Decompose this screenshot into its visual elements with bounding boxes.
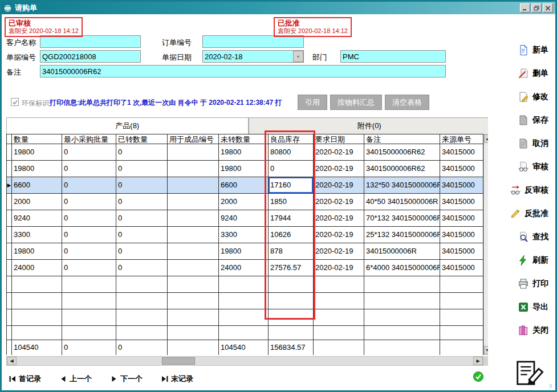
table-cell[interactable]: 0 xyxy=(116,227,168,243)
table-cell[interactable]: 80800 xyxy=(269,144,314,161)
sidebar-button-edit-doc[interactable]: 修改 xyxy=(518,89,548,104)
table-cell[interactable]: 2000 xyxy=(219,194,269,210)
table-cell[interactable] xyxy=(168,177,219,194)
table-cell[interactable]: 0 xyxy=(116,210,168,227)
order-no-input[interactable] xyxy=(202,35,304,48)
table-cell[interactable]: 0 xyxy=(62,260,116,276)
table-cell[interactable]: 2020-02-19 xyxy=(314,161,364,177)
table-row[interactable]: 198000019800808002020-02-1934015000006R6… xyxy=(7,144,483,161)
column-header[interactable]: 数量 xyxy=(12,134,62,144)
table-cell[interactable]: 34015000 xyxy=(440,243,483,260)
table-cell[interactable]: 0 xyxy=(62,194,116,210)
table-cell[interactable]: 132*50 34015000006R xyxy=(364,177,440,194)
customer-name-input[interactable] xyxy=(40,35,141,48)
table-row[interactable]: 24000002400027576.572020-02-196*4000 340… xyxy=(7,260,483,276)
minimize-button[interactable] xyxy=(520,3,530,13)
sidebar-button-save-doc[interactable]: 保存 xyxy=(518,113,548,128)
table-cell[interactable]: 3300 xyxy=(12,227,62,243)
table-cell[interactable]: 0 xyxy=(62,243,116,260)
reference-button[interactable]: 引用 xyxy=(298,95,327,110)
table-cell[interactable]: 9240 xyxy=(12,210,62,227)
table-cell[interactable] xyxy=(168,194,219,210)
nav-last-record[interactable]: 末记录 xyxy=(161,374,193,384)
table-cell[interactable]: 0 xyxy=(269,161,314,177)
sidebar-button-reverse-audit[interactable]: 反审核 xyxy=(510,183,548,198)
table-cell[interactable]: 24000 xyxy=(12,260,62,276)
table-cell[interactable]: 34015000 xyxy=(440,260,483,276)
column-header[interactable]: 良品库存 xyxy=(269,134,314,144)
table-cell[interactable] xyxy=(168,144,219,161)
table-cell[interactable] xyxy=(168,260,219,276)
table-cell[interactable]: 10626 xyxy=(269,227,314,243)
column-header[interactable]: 来源单号 xyxy=(440,134,483,144)
summarize-by-material-button[interactable]: 按物料汇总 xyxy=(330,95,382,110)
table-cell[interactable]: 2020-02-19 xyxy=(314,260,364,276)
sidebar-button-new-doc[interactable]: 新单 xyxy=(518,43,548,58)
table-row[interactable]: 3300003300106262020-02-1925*132 34015000… xyxy=(7,227,483,243)
table-cell[interactable]: 17944 xyxy=(269,210,314,227)
table-cell[interactable]: 2020-02-19 xyxy=(314,144,364,161)
sidebar-button-print[interactable]: 打印 xyxy=(518,276,548,291)
resize-grip[interactable]: ⠿ xyxy=(549,384,555,390)
table-cell[interactable]: 6600 xyxy=(219,177,269,194)
scroll-right-icon[interactable]: ▶ xyxy=(473,357,483,365)
horizontal-scroll-thumb[interactable] xyxy=(162,357,195,365)
table-cell[interactable]: 3300 xyxy=(219,227,269,243)
sidebar-button-delete-doc[interactable]: 删单 xyxy=(518,66,548,81)
table-cell[interactable]: 0 xyxy=(62,210,116,227)
close-button[interactable] xyxy=(543,3,553,13)
table-cell[interactable] xyxy=(168,210,219,227)
column-header[interactable]: 备注 xyxy=(364,134,440,144)
sidebar-button-close-window[interactable]: 关闭 xyxy=(518,323,548,338)
table-cell[interactable]: 34015000 xyxy=(440,161,483,177)
table-row-empty[interactable] xyxy=(7,309,483,326)
doc-date-input[interactable] xyxy=(202,50,304,63)
nav-prev-record[interactable]: 上一个 xyxy=(59,374,92,384)
doc-no-input[interactable] xyxy=(40,50,141,63)
status-green-icon[interactable] xyxy=(473,371,484,382)
table-cell[interactable] xyxy=(168,243,219,260)
table-cell[interactable]: 0 xyxy=(116,194,168,210)
table-row[interactable]: 1980000198008782020-02-1934015000006R340… xyxy=(7,243,483,260)
table-cell[interactable]: 0 xyxy=(116,243,168,260)
table-cell[interactable]: 2020-02-19 xyxy=(314,227,364,243)
table-cell[interactable]: 70*132 34015000006R xyxy=(364,210,440,227)
table-cell[interactable]: 2000 xyxy=(12,194,62,210)
sidebar-button-refresh[interactable]: 刷新 xyxy=(518,253,548,268)
table-cell[interactable] xyxy=(168,227,219,243)
table-cell[interactable]: 34015000 xyxy=(440,227,483,243)
table-cell[interactable]: 0 xyxy=(116,144,168,161)
table-cell[interactable]: 0 xyxy=(62,161,116,177)
sidebar-button-cancel-doc[interactable]: 取消 xyxy=(518,136,548,151)
table-cell[interactable]: 0 xyxy=(62,144,116,161)
table-cell[interactable]: 0 xyxy=(116,177,168,194)
table-cell[interactable]: 34015000006R62 xyxy=(364,161,440,177)
table-cell[interactable]: 34015000006R xyxy=(364,243,440,260)
table-cell[interactable]: 24000 xyxy=(219,260,269,276)
table-cell[interactable]: 34015000 xyxy=(440,144,483,161)
table-cell[interactable] xyxy=(168,161,219,177)
sidebar-button-export-excel[interactable]: 导出 xyxy=(518,300,548,315)
table-cell[interactable]: 19800 xyxy=(219,161,269,177)
table-cell[interactable]: 9240 xyxy=(219,210,269,227)
sidebar-button-search-doc[interactable]: 查找 xyxy=(518,230,548,244)
table-cell[interactable]: 19800 xyxy=(12,243,62,260)
table-cell[interactable]: 17160 xyxy=(269,177,314,194)
table-cell[interactable]: 1850 xyxy=(269,194,314,210)
maximize-button[interactable] xyxy=(531,3,542,13)
nav-first-record[interactable]: 首记录 xyxy=(9,374,41,384)
column-header[interactable]: 要求日期 xyxy=(314,134,364,144)
table-cell[interactable]: 34015000 xyxy=(440,210,483,227)
table-row[interactable]: 200000200018502020-02-1940*50 3401500000… xyxy=(7,194,483,210)
table-cell[interactable]: 27576.57 xyxy=(269,260,314,276)
table-cell[interactable]: 2020-02-19 xyxy=(314,243,364,260)
tab-products[interactable]: 产品(8) xyxy=(6,117,249,134)
edit-note-icon[interactable] xyxy=(514,357,544,388)
tab-attachments[interactable]: 附件(0) xyxy=(249,117,491,134)
table-cell[interactable]: 2020-02-19 xyxy=(314,210,364,227)
table-cell[interactable]: 0 xyxy=(116,161,168,177)
eco-mark-checkbox[interactable] xyxy=(11,98,19,106)
table-row[interactable]: 19800001980002020-02-1934015000006R62340… xyxy=(7,161,483,177)
table-cell[interactable]: 19800 xyxy=(219,243,269,260)
column-header[interactable]: 最小采购批量 xyxy=(62,134,116,144)
